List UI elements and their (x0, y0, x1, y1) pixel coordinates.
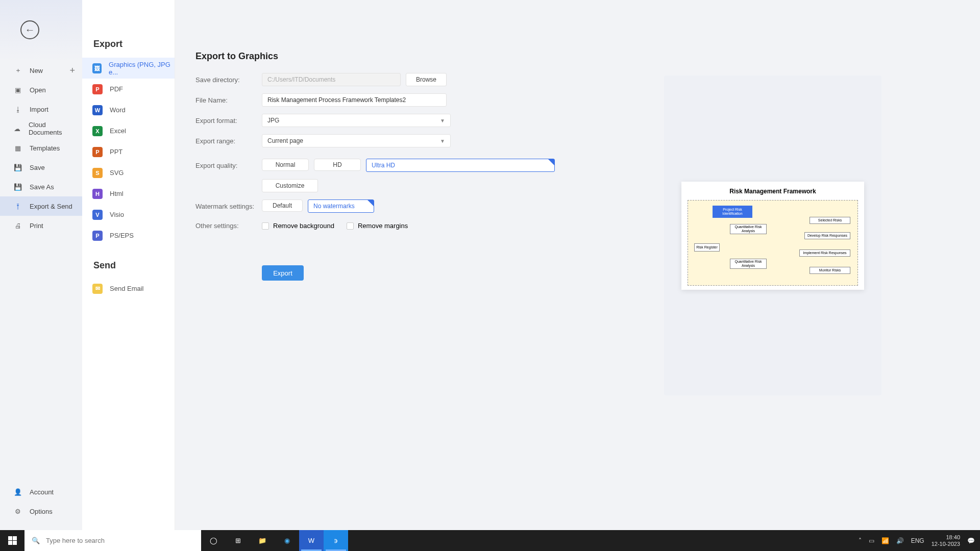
nav-import[interactable]: ⭳Import (0, 99, 82, 119)
search-icon: 🔍 (32, 537, 40, 544)
word-app-icon[interactable]: W (299, 530, 324, 551)
chevron-down-icon: ▼ (440, 118, 445, 123)
export-header: Export (82, 0, 175, 58)
export-svg[interactable]: SSVG (82, 162, 175, 183)
account-icon: 👤 (13, 488, 22, 496)
plus-icon[interactable]: + (69, 65, 75, 76)
nav-label: Templates (30, 144, 60, 152)
cortana-icon[interactable]: ◯ (201, 530, 226, 551)
visio-icon: V (92, 210, 103, 220)
export-label: PS/EPS (110, 232, 134, 239)
export-graphics[interactable]: 🖼Graphics (PNG, JPG e... (82, 58, 175, 79)
nav-open[interactable]: ▣Open (0, 80, 82, 99)
filename-input[interactable] (262, 93, 447, 107)
tray-display-icon[interactable]: ▭ (869, 537, 874, 544)
remove-bg-label: Remove background (273, 222, 334, 230)
templates-icon: ▦ (13, 144, 22, 152)
quality-ultrahd[interactable]: Ultra HD (366, 159, 555, 172)
taskbar-search[interactable]: 🔍Type here to search (24, 530, 201, 551)
notifications-icon[interactable]: 💬 (967, 537, 975, 544)
nav-cloud[interactable]: ☁Cloud Documents (0, 119, 82, 138)
nav-label: Print (30, 222, 43, 230)
time: 18:40 (932, 534, 960, 540)
edrawmax-app-icon[interactable]: ϶ (324, 530, 348, 551)
browse-button[interactable]: Browse (406, 73, 447, 86)
preview-image: Risk Management Framework Project Risk I… (681, 182, 864, 290)
export-label: PPT (110, 148, 122, 156)
nav-templates[interactable]: ▦Templates (0, 138, 82, 158)
nav-new[interactable]: ＋New+ (0, 61, 82, 80)
send-header: Send (82, 246, 175, 278)
quality-normal[interactable]: Normal (262, 159, 309, 171)
send-email[interactable]: ✉Send Email (82, 278, 175, 299)
tray-chevron-icon[interactable]: ˄ (859, 537, 862, 544)
preview-title: Risk Management Framework (688, 188, 858, 195)
preview-panel: Risk Management Framework Project Risk I… (664, 76, 881, 395)
remove-bg-checkbox[interactable] (262, 222, 269, 230)
word-icon: W (92, 105, 103, 115)
back-button[interactable]: ← (20, 20, 39, 39)
format-value: JPG (267, 117, 279, 124)
watermark-none[interactable]: No watermarks (308, 199, 374, 213)
export-panel: Export 🖼Graphics (PNG, JPG e... PPDF WWo… (82, 0, 175, 530)
nav-label: Save (30, 164, 45, 171)
nav-account[interactable]: 👤Account (0, 482, 82, 502)
ppt-icon: P (92, 147, 103, 157)
start-button[interactable] (0, 530, 24, 551)
nav-print[interactable]: 🖨Print (0, 216, 82, 235)
nav-export-send[interactable]: ⭱Export & Send (0, 196, 82, 216)
export-word[interactable]: WWord (82, 99, 175, 120)
export-excel[interactable]: XExcel (82, 120, 175, 141)
chevron-down-icon: ▼ (440, 138, 445, 144)
export-label: PDF (110, 85, 123, 93)
remove-margins-checkbox[interactable] (347, 222, 354, 230)
range-value: Current page (267, 137, 303, 144)
taskview-icon[interactable]: ⊞ (226, 530, 250, 551)
label-range: Export range: (195, 137, 262, 145)
system-tray: ˄ ▭ 📶 🔊 ENG 18:4012-10-2023 💬 (859, 534, 980, 546)
diag-box: Project Risk Identification (713, 206, 752, 218)
export-pdf[interactable]: PPDF (82, 79, 175, 99)
export-icon: ⭱ (13, 202, 22, 210)
diag-box: Selected Risks (810, 217, 850, 224)
format-select[interactable]: JPG▼ (262, 114, 451, 127)
folder-icon: ▣ (13, 86, 22, 94)
explorer-icon[interactable]: 📁 (250, 530, 275, 551)
preview-diagram: Project Risk Identification Quantitative… (688, 200, 858, 286)
clock[interactable]: 18:4012-10-2023 (932, 534, 960, 546)
label-other: Other settings: (195, 222, 262, 230)
export-ppt[interactable]: PPPT (82, 141, 175, 162)
date: 12-10-2023 (932, 541, 960, 547)
export-button[interactable]: Export (262, 265, 304, 281)
export-label: Html (110, 190, 124, 197)
customize-button[interactable]: Customize (262, 179, 318, 192)
edge-icon[interactable]: ◉ (275, 530, 299, 551)
export-visio[interactable]: VVisio (82, 204, 175, 225)
label-watermark: Watermark settings: (195, 203, 262, 210)
volume-icon[interactable]: 🔊 (896, 537, 904, 544)
export-label: Excel (110, 127, 126, 135)
nav-label: Export & Send (30, 203, 72, 210)
wifi-icon[interactable]: 📶 (881, 537, 889, 544)
watermark-default[interactable]: Default (262, 199, 303, 212)
save-icon: 💾 (13, 163, 22, 171)
diag-box: Implement Risk Responses (799, 249, 850, 257)
nav-save[interactable]: 💾Save (0, 158, 82, 177)
search-placeholder: Type here to search (46, 537, 105, 544)
svg-icon: S (92, 168, 103, 178)
left-nav: ← ＋New+ ▣Open ⭳Import ☁Cloud Documents ▦… (0, 0, 82, 530)
range-select[interactable]: Current page▼ (262, 134, 451, 147)
nav-label: Open (30, 86, 46, 94)
label-quality: Export quality: (195, 162, 262, 169)
export-pseps[interactable]: PPS/EPS (82, 225, 175, 246)
lang-indicator[interactable]: ENG (911, 537, 924, 544)
diag-box: Quantitative Risk Analysis (730, 224, 767, 234)
nav-options[interactable]: ⚙Options (0, 502, 82, 521)
ps-icon: P (92, 231, 103, 241)
nav-saveas[interactable]: 💾Save As (0, 177, 82, 196)
export-label: Send Email (110, 285, 143, 292)
nav-label: Account (30, 488, 54, 496)
export-html[interactable]: HHtml (82, 183, 175, 204)
quality-hd[interactable]: HD (314, 159, 361, 171)
nav-label: Import (30, 106, 48, 113)
